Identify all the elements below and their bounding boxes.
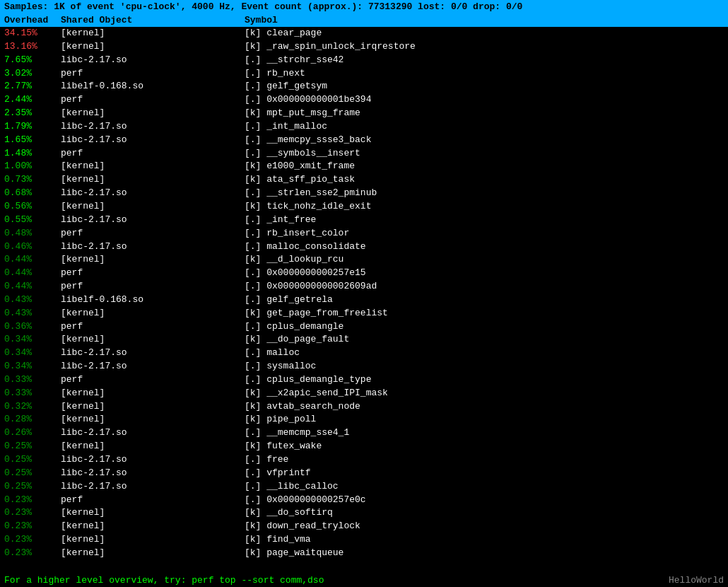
shared-cell: libc-2.17.so: [61, 54, 245, 67]
table-row: 0.43%libelf-0.168.so[.] gelf_getrela: [0, 294, 728, 307]
overhead-cell: 13.16%: [4, 40, 61, 54]
table-row: 0.68%libc-2.17.so[.] __strlen_sse2_pminu…: [0, 187, 728, 200]
overhead-cell: 0.44%: [4, 280, 61, 294]
shared-cell: [kernel]: [61, 200, 245, 214]
table-row: 0.55%libc-2.17.so[.] _int_free: [0, 214, 728, 227]
symbol-cell: [.] vfprintf: [245, 467, 724, 480]
table-row: 0.48%perf[.] rb_insert_color: [0, 227, 728, 240]
symbol-cell: [.] __strchr_sse42: [245, 54, 724, 67]
table-row: 0.36%perf[.] cplus_demangle: [0, 320, 728, 334]
shared-cell: perf: [61, 320, 245, 334]
shared-cell: libc-2.17.so: [61, 240, 245, 254]
symbol-cell: [k] mpt_put_msg_frame: [245, 107, 724, 120]
table-row: 2.77%libelf-0.168.so[.] gelf_getsym: [0, 80, 728, 93]
overhead-cell: 0.43%: [4, 294, 61, 307]
table-row: 0.34%libc-2.17.so[.] malloc: [0, 347, 728, 360]
shared-cell: perf: [61, 494, 245, 507]
header-shared: Shared Object: [61, 15, 245, 25]
table-row: 0.25%libc-2.17.so[.] free: [0, 453, 728, 467]
shared-cell: [kernel]: [61, 333, 245, 347]
symbol-cell: [.] _int_malloc: [245, 120, 724, 134]
symbol-cell: [.] 0x0000000000257e15: [245, 267, 724, 280]
overhead-cell: 0.33%: [4, 387, 61, 400]
symbol-cell: [k] __x2apic_send_IPI_mask: [245, 387, 724, 400]
overhead-cell: 0.32%: [4, 400, 61, 414]
table-row: 0.25%libc-2.17.so[.] __libc_calloc: [0, 480, 728, 494]
table-row: 0.28%[kernel][k] pipe_poll: [0, 413, 728, 426]
shared-cell: libc-2.17.so: [61, 214, 245, 227]
table-row: 13.16%[kernel][k] _raw_spin_unlock_irqre…: [0, 40, 728, 54]
overhead-cell: 2.35%: [4, 107, 61, 120]
shared-cell: [kernel]: [61, 520, 245, 533]
symbol-cell: [.] 0x000000000001be394: [245, 93, 724, 107]
symbol-cell: [k] page_waitqueue: [245, 547, 724, 560]
shared-cell: libc-2.17.so: [61, 120, 245, 134]
table-row: 1.48%perf[.] __symbols__insert: [0, 147, 728, 161]
symbol-cell: [k] avtab_search_node: [245, 400, 724, 414]
symbol-cell: [k] ata_sff_pio_task: [245, 173, 724, 187]
overhead-cell: 0.36%: [4, 320, 61, 334]
symbol-cell: [.] malloc: [245, 347, 724, 360]
overhead-cell: 0.73%: [4, 173, 61, 187]
table-row: 0.34%libc-2.17.so[.] sysmalloc: [0, 360, 728, 373]
shared-cell: [kernel]: [61, 253, 245, 267]
overhead-cell: 0.44%: [4, 253, 61, 267]
shared-cell: [kernel]: [61, 387, 245, 400]
overhead-cell: 0.68%: [4, 187, 61, 200]
overhead-cell: 0.48%: [4, 227, 61, 240]
symbol-cell: [.] sysmalloc: [245, 360, 724, 373]
overhead-cell: 0.25%: [4, 453, 61, 467]
symbol-cell: [k] _raw_spin_unlock_irqrestore: [245, 40, 724, 54]
shared-cell: perf: [61, 147, 245, 161]
symbol-cell: [.] __symbols__insert: [245, 147, 724, 161]
symbol-cell: [k] __d_lookup_rcu: [245, 253, 724, 267]
shared-cell: [kernel]: [61, 400, 245, 414]
overhead-cell: 0.34%: [4, 360, 61, 373]
header-overhead: Overhead: [4, 15, 61, 25]
table-row: 0.44%perf[.] 0x0000000000257e15: [0, 267, 728, 280]
symbol-cell: [.] __memcpy_ssse3_back: [245, 134, 724, 147]
table-row: 0.44%[kernel][k] __d_lookup_rcu: [0, 253, 728, 267]
symbol-cell: [k] tick_nohz_idle_exit: [245, 200, 724, 214]
shared-cell: perf: [61, 267, 245, 280]
shared-cell: [kernel]: [61, 547, 245, 560]
shared-cell: [kernel]: [61, 533, 245, 547]
overhead-cell: 0.55%: [4, 214, 61, 227]
symbol-cell: [k] down_read_trylock: [245, 520, 724, 533]
symbol-cell: [k] __do_page_fault: [245, 333, 724, 347]
overhead-cell: 0.43%: [4, 307, 61, 320]
overhead-cell: 0.23%: [4, 520, 61, 533]
overhead-cell: 3.02%: [4, 67, 61, 81]
overhead-cell: 0.44%: [4, 267, 61, 280]
shared-cell: [kernel]: [61, 307, 245, 320]
shared-cell: perf: [61, 67, 245, 81]
table-row: 0.44%perf[.] 0x0000000000002609ad: [0, 280, 728, 294]
overhead-cell: 2.77%: [4, 80, 61, 93]
shared-cell: [kernel]: [61, 440, 245, 453]
table-row: 7.65%libc-2.17.so[.] __strchr_sse42: [0, 54, 728, 67]
table-row: 0.25%[kernel][k] futex_wake: [0, 440, 728, 453]
overhead-cell: 2.44%: [4, 93, 61, 107]
top-bar-text: Samples: 1K of event 'cpu-clock', 4000 H…: [4, 1, 522, 12]
symbol-cell: [.] 0x0000000000257e0c: [245, 494, 724, 507]
shared-cell: perf: [61, 93, 245, 107]
overhead-cell: 0.25%: [4, 480, 61, 494]
data-table: 34.15%[kernel][k] clear_page13.16%[kerne…: [0, 27, 728, 560]
overhead-cell: 1.79%: [4, 120, 61, 134]
app-name: HelloWorld: [669, 575, 724, 586]
table-row: 1.79%libc-2.17.so[.] _int_malloc: [0, 120, 728, 134]
symbol-cell: [k] __do_softirq: [245, 506, 724, 520]
table-row: 0.46%libc-2.17.so[.] malloc_consolidate: [0, 240, 728, 254]
table-row: 0.33%perf[.] cplus_demangle_type: [0, 373, 728, 387]
shared-cell: libc-2.17.so: [61, 453, 245, 467]
symbol-cell: [k] find_vma: [245, 533, 724, 547]
shared-cell: libc-2.17.so: [61, 360, 245, 373]
table-row: 0.33%[kernel][k] __x2apic_send_IPI_mask: [0, 387, 728, 400]
symbol-cell: [.] 0x0000000000002609ad: [245, 280, 724, 294]
table-row: 2.44%perf[.] 0x000000000001be394: [0, 93, 728, 107]
symbol-cell: [.] gelf_getsym: [245, 80, 724, 93]
symbol-cell: [.] cplus_demangle_type: [245, 373, 724, 387]
table-row: 0.43%[kernel][k] get_page_from_freelist: [0, 307, 728, 320]
shared-cell: perf: [61, 280, 245, 294]
table-row: 0.23%[kernel][k] page_waitqueue: [0, 547, 728, 560]
